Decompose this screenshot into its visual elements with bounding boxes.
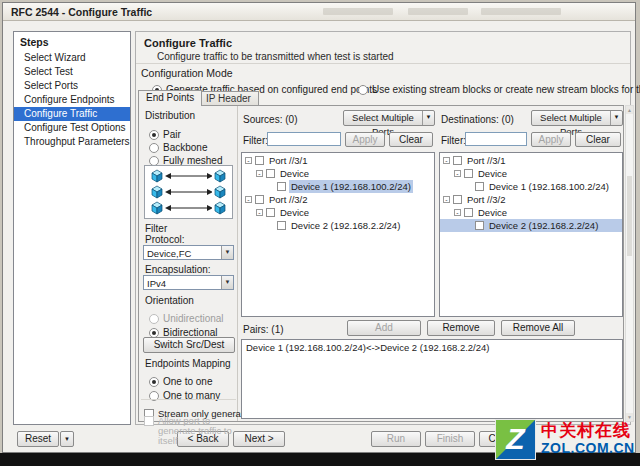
pairs-list[interactable]: Device 1 (192.168.100.2/24)<->Device 2 (… [241,339,623,419]
sources-filter-input[interactable] [267,132,341,146]
steps-panel: Steps Select WizardSelect TestSelect Por… [13,31,131,425]
scrollbar-thumb[interactable] [627,176,632,256]
distribution-column: Distribution Pair Backbone Fully meshed [139,106,238,421]
node-cube-icon [149,185,165,199]
tree-node-label: Device 1 (192.168.100.2/24) [289,180,413,193]
tree-node-label: Device [278,167,311,180]
node-cube-icon [149,201,165,215]
checkbox-icon[interactable] [277,221,286,230]
tree-node-label: Port //3/2 [267,193,310,206]
sources-select-multiple-ports-button[interactable]: Select Multiple Ports ▼ [343,110,435,126]
vertical-scrollbar[interactable]: ▲ ▼ [625,105,634,422]
checkbox-icon[interactable] [475,221,484,230]
destinations-select-multiple-ports-button[interactable]: Select Multiple Ports ▼ [531,110,623,126]
zol-logo-icon: Z [495,419,536,460]
destinations-tree: -Port //3/1-DeviceDevice 1 (192.168.100.… [439,152,623,317]
steps-item[interactable]: Select Test [14,65,130,79]
steps-item[interactable]: Configure Test Options [14,121,130,135]
tree-node[interactable]: -Port //3/1 [440,154,622,167]
main-panel: Configure Traffic Configure traffic to b… [135,31,631,425]
tab-end-points[interactable]: End Points [138,90,202,106]
steps-item[interactable]: Configure Traffic [14,107,130,121]
tree-node-label: Port //3/1 [267,154,310,167]
switch-src-dest-button[interactable]: Switch Src/Dest [143,337,235,353]
next-button[interactable]: Next > [233,431,285,447]
steps-list: Select WizardSelect TestSelect PortsConf… [14,51,130,149]
tree-node[interactable]: -Device [242,206,434,219]
remove-all-pairs-button[interactable]: Remove All [501,320,575,336]
chevron-down-icon[interactable]: ▼ [610,111,622,125]
tree-node[interactable]: -Port //3/2 [242,193,434,206]
tree-node[interactable]: Device 1 (192.168.100.2/24) [242,180,434,193]
tree-node[interactable]: Device 2 (192.168.2.2/24) [242,219,434,232]
checkbox-icon[interactable] [464,208,473,217]
tree-node-label: Device 1 (192.168.100.2/24) [487,180,611,193]
steps-item[interactable]: Throughput Parameters [14,135,130,149]
reset-dropdown-button[interactable]: ▼ [60,431,74,447]
tree-node[interactable]: Device 1 (192.168.100.2/24) [440,180,622,193]
sources-clear-button[interactable]: Clear [389,132,433,147]
tree-node[interactable]: -Device [440,206,622,219]
tree-node[interactable]: -Port //3/1 [242,154,434,167]
scroll-up-icon[interactable]: ▲ [626,106,633,114]
collapse-icon[interactable]: - [256,209,263,216]
chevron-down-icon[interactable]: ▼ [422,111,434,125]
tree-node[interactable]: -Port //3/2 [440,193,622,206]
protocol-dropdown[interactable]: Device,FC ▼ [143,245,234,260]
distribution-label: Distribution [145,110,195,121]
collapse-icon[interactable]: - [443,157,450,164]
collapse-icon[interactable]: - [454,170,461,177]
radio-one-to-many[interactable]: One to many [149,385,220,403]
radio-existing-streams[interactable]: Use existing stream blocks or create new… [358,79,640,97]
reset-button[interactable]: Reset [17,431,59,447]
radio-unselected-icon[interactable] [358,85,368,95]
checkbox-icon[interactable] [266,169,275,178]
destinations-filter-input[interactable] [465,132,527,146]
checkbox-icon[interactable] [255,195,264,204]
tree-node[interactable]: -Device [242,167,434,180]
steps-item[interactable]: Select Wizard [14,51,130,65]
tree-node[interactable]: Device 2 (192.168.2.2/24) [440,219,622,232]
checkbox-icon[interactable] [277,182,286,191]
encapsulation-value: IPv4 [147,278,166,289]
background-window-artifact [481,8,561,15]
steps-item[interactable]: Configure Endpoints [14,93,130,107]
bidirectional-arrow-icon [165,204,212,212]
run-button[interactable]: Run [371,431,421,447]
checkbox-icon[interactable] [266,208,275,217]
protocol-value: Device,FC [147,248,191,259]
collapse-icon[interactable]: - [256,170,263,177]
checkbox-icon[interactable] [255,156,264,165]
destinations-apply-button[interactable]: Apply [531,132,571,147]
sources-count-label: Sources: (0) [243,114,297,125]
title-bar[interactable]: RFC 2544 - Configure Traffic [3,3,635,21]
collapse-icon[interactable]: - [245,196,252,203]
checkbox-icon[interactable] [475,182,484,191]
checkbox-icon[interactable] [464,169,473,178]
encapsulation-label: Encapsulation: [145,264,211,275]
collapse-icon[interactable]: - [454,209,461,216]
background-window-artifact [323,8,393,15]
add-pair-button[interactable]: Add [347,320,421,336]
collapse-icon[interactable]: - [245,157,252,164]
encapsulation-dropdown[interactable]: IPv4 ▼ [143,275,234,290]
checkbox-icon[interactable] [453,156,462,165]
collapse-icon[interactable]: - [443,196,450,203]
end-points-tab-content: Distribution Pair Backbone Fully meshed [138,105,624,422]
steps-item[interactable]: Select Ports [14,79,130,93]
page-subtitle: Configure traffic to be transmitted when… [157,51,394,62]
tree-node-label: Device [476,206,509,219]
chevron-down-icon[interactable]: ▼ [221,246,233,259]
finish-button[interactable]: Finish [425,431,475,447]
destinations-clear-button[interactable]: Clear [575,132,621,147]
chevron-down-icon[interactable]: ▼ [221,276,233,289]
bidirectional-arrow-icon [165,172,212,180]
tree-node[interactable]: -Device [440,167,622,180]
tab-ip-header[interactable]: IP Header [198,91,259,105]
remove-pair-button[interactable]: Remove [427,320,495,336]
sources-apply-button[interactable]: Apply [345,132,385,147]
background-window-artifact [408,8,468,15]
checkbox-icon[interactable] [453,195,462,204]
pair-item[interactable]: Device 1 (192.168.100.2/24)<->Device 2 (… [246,342,618,354]
zol-watermark-text: 中关村在线 ZOL.COM.CN [541,419,635,463]
